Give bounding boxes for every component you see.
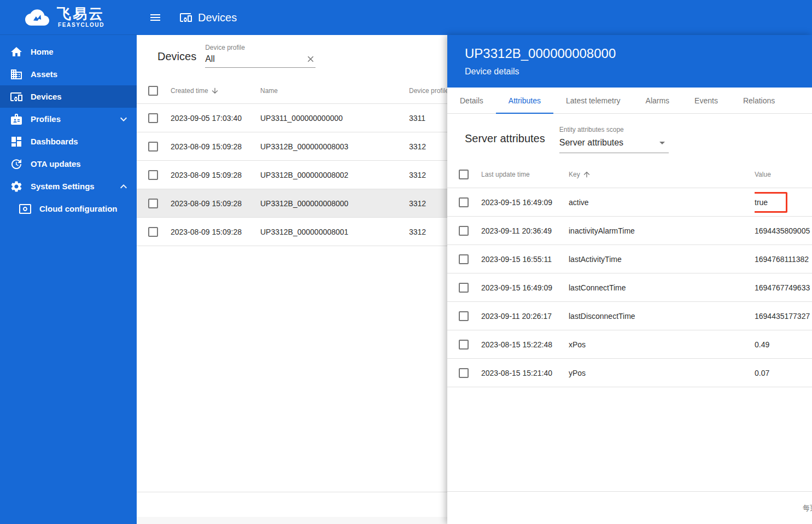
attribute-row[interactable]: 2023-09-15 16:55:11lastActivityTime16947… (447, 245, 812, 273)
select-all-checkbox[interactable] (148, 86, 158, 96)
tab-attributes[interactable]: Attributes (496, 88, 553, 114)
logo: 飞易云 FEASYCLOUD (0, 0, 137, 35)
sidebar-item-cloud-configuration[interactable]: Cloud configuration (0, 197, 137, 220)
column-header-value[interactable]: Value (755, 171, 812, 178)
dashboards-icon (10, 135, 23, 148)
tab-relations[interactable]: Relations (731, 88, 787, 114)
row-checkbox[interactable] (459, 311, 469, 321)
cloud-logo-icon (22, 5, 52, 30)
sidebar-item-label: Dashboards (31, 137, 130, 146)
sidebar-item-label: OTA updates (31, 159, 130, 168)
row-checkbox[interactable] (459, 340, 469, 350)
attribute-last-update-time: 2023-08-15 15:22:48 (481, 340, 569, 349)
attribute-last-update-time: 2023-09-11 20:36:49 (481, 226, 569, 235)
attribute-value: 1694768111382 (755, 255, 812, 264)
scope-select-value[interactable]: Server attributes (559, 133, 669, 153)
sidebar-item-dashboards[interactable]: Dashboards (0, 130, 137, 153)
chevron-down-icon (117, 113, 130, 126)
tab-alarms[interactable]: Alarms (633, 88, 682, 114)
device-created-time: 2023-08-09 15:09:28 (171, 171, 260, 179)
attribute-value: 1694767749633 (755, 283, 812, 292)
attribute-row[interactable]: 2023-08-15 15:22:48xPos0.49 (447, 330, 812, 359)
attributes-table-body: 2023-09-15 16:49:09activetrue2023-09-11 … (447, 188, 812, 387)
sidebar-nav: HomeAssetsDevicesProfilesDashboardsOTA u… (0, 35, 137, 220)
attribute-last-update-time: 2023-09-15 16:49:09 (481, 283, 569, 292)
sidebar-item-assets[interactable]: Assets (0, 63, 137, 85)
attributes-toolbar: Server attributes Entity attributes scop… (447, 114, 812, 161)
attribute-last-update-time: 2023-09-11 20:26:17 (481, 312, 569, 321)
sidebar-item-devices[interactable]: Devices (0, 85, 137, 108)
device-profile-filter[interactable]: Device profile All (205, 44, 316, 68)
devices-panel-title: Devices (157, 50, 196, 63)
sort-desc-icon (211, 86, 219, 95)
row-checkbox[interactable] (459, 283, 469, 293)
attribute-value: 0.07 (755, 369, 812, 377)
tab-events[interactable]: Events (682, 88, 731, 114)
row-checkbox[interactable] (148, 113, 158, 123)
assets-icon (10, 68, 23, 81)
row-checkbox[interactable] (459, 197, 469, 207)
row-checkbox[interactable] (148, 142, 158, 152)
sidebar: 飞易云 FEASYCLOUD HomeAssetsDevicesProfiles… (0, 0, 137, 524)
page-title: Devices (198, 11, 237, 24)
attribute-key: inactivityAlarmTime (569, 226, 755, 235)
logo-text: 飞易云 FEASYCLOUD (57, 7, 104, 28)
entity-attributes-scope-select[interactable]: Entity attributes scope Server attribute… (559, 126, 669, 153)
attribute-row[interactable]: 2023-09-11 20:26:17lastDisconnectTime169… (447, 302, 812, 330)
device-name: UP3312B_000000008002 (260, 171, 409, 179)
devices-icon (10, 90, 23, 103)
clear-filter-icon[interactable] (306, 54, 316, 64)
device-profile-filter-label: Device profile (205, 44, 316, 51)
device-name: UP3312B_000000008003 (260, 142, 409, 151)
drawer-subtitle: Device details (465, 67, 795, 77)
sidebar-item-label: Profiles (31, 114, 117, 124)
details-tabs: DetailsAttributesLatest telemetryAlarmsE… (447, 88, 812, 114)
attribute-key: xPos (569, 340, 755, 349)
row-checkbox[interactable] (148, 199, 158, 208)
column-header-created-time[interactable]: Created time (171, 86, 260, 95)
attribute-value: true (755, 192, 812, 213)
select-all-attributes-checkbox[interactable] (459, 170, 469, 179)
row-checkbox[interactable] (459, 368, 469, 378)
column-header-name[interactable]: Name (260, 87, 409, 95)
drawer-title: UP3312B_000000008000 (465, 46, 795, 61)
device-created-time: 2023-08-09 15:09:28 (171, 199, 260, 208)
attribute-value: 1694435809005 (755, 226, 812, 235)
device-profile-filter-value[interactable]: All (205, 51, 316, 68)
attribute-row[interactable]: 2023-09-11 20:36:49inactivityAlarmTime16… (447, 217, 812, 245)
per-page-label: 每页 (803, 503, 812, 513)
attribute-row[interactable]: 2023-09-15 16:49:09activetrue (447, 188, 812, 217)
sidebar-item-label: Devices (31, 92, 130, 101)
row-checkbox[interactable] (148, 227, 158, 237)
home-icon (10, 45, 23, 59)
device-name: UP3311_000000000000 (260, 114, 409, 123)
attribute-row[interactable]: 2023-09-15 16:49:09lastConnectTime169476… (447, 273, 812, 302)
tab-details[interactable]: Details (447, 88, 496, 114)
attribute-key: lastConnectTime (569, 283, 755, 292)
column-header-key[interactable]: Key (569, 170, 755, 179)
sidebar-item-system-settings[interactable]: System Settings (0, 175, 137, 197)
attribute-last-update-time: 2023-09-15 16:49:09 (481, 198, 569, 207)
sidebar-item-ota-updates[interactable]: OTA updates (0, 153, 137, 175)
column-header-last-update-time[interactable]: Last update time (481, 171, 569, 178)
row-checkbox[interactable] (459, 254, 469, 264)
logo-text-cn: 飞易云 (57, 7, 104, 21)
ota-icon (10, 158, 23, 171)
attribute-key: lastDisconnectTime (569, 312, 755, 321)
attribute-key: active (569, 198, 755, 207)
row-checkbox[interactable] (148, 170, 158, 180)
attribute-row[interactable]: 2023-08-15 15:21:40yPos0.07 (447, 359, 812, 387)
sort-asc-icon (582, 170, 591, 179)
scope-select-label: Entity attributes scope (559, 126, 669, 133)
sidebar-item-profiles[interactable]: Profiles (0, 108, 137, 130)
topbar-title-group: Devices (179, 11, 237, 24)
sidebar-item-label: Assets (31, 69, 130, 79)
devices-icon (179, 11, 192, 24)
sidebar-item-home[interactable]: Home (0, 40, 137, 63)
device-created-time: 2023-08-09 15:09:28 (171, 142, 260, 151)
row-checkbox[interactable] (459, 226, 469, 236)
logo-text-en: FEASYCLOUD (58, 22, 104, 28)
tab-latest-telemetry[interactable]: Latest telemetry (553, 88, 633, 114)
attribute-value: 1694435177327 (755, 312, 812, 321)
menu-icon[interactable] (147, 9, 164, 26)
